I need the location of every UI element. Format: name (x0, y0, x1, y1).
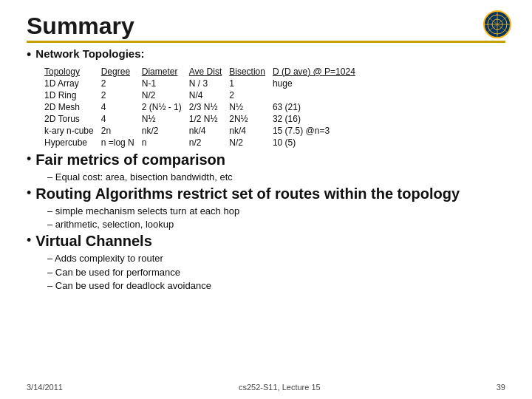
sub-item: – Can be used for performance (47, 266, 505, 279)
table-cell: k-ary n-cube (44, 125, 101, 137)
slide-footer: 3/14/2011 cs252-S11, Lecture 15 39 (0, 383, 532, 392)
table-cell: 2D Torus (44, 113, 101, 125)
routing-label: Routing Algorithms restrict set of route… (35, 185, 460, 202)
virtual-channels-label: Virtual Channels (35, 233, 151, 250)
routing-subs: – simple mechanism selects turn at each … (27, 205, 505, 231)
table-cell: Hypercube (44, 137, 101, 149)
bullet-virtual-channels: • Virtual Channels (27, 233, 505, 250)
table-row: 2D Mesh42 (N½ - 1)2/3 N½N½63 (21) (44, 101, 363, 113)
table-cell: 2 (N½ - 1) (142, 101, 189, 113)
title-divider (27, 41, 505, 43)
table-cell: 32 (16) (273, 113, 363, 125)
table-cell: 15 (7.5) @n=3 (273, 125, 363, 137)
bullet-dot-2: • (27, 151, 31, 168)
table-cell: nk/2 (142, 125, 189, 137)
table-row: 1D Array2N-1N / 31huge (44, 78, 363, 89)
table-cell: N / 3 (189, 78, 229, 89)
col-header-d: D (D ave) @ P=1024 (273, 66, 363, 78)
bullet-dot-3: • (27, 185, 31, 202)
fair-metrics-subs: – Equal cost: area, bisection bandwidth,… (27, 171, 505, 184)
table-row: Hypercuben =log Nnn/2N/210 (5) (44, 137, 363, 149)
table-cell: 1D Ring (44, 89, 101, 101)
page-title: Summary (27, 13, 134, 39)
col-header-avedist: Ave Dist (189, 66, 229, 78)
table-cell: N-1 (142, 78, 189, 89)
table-cell: 1/2 N½ (189, 113, 229, 125)
table-cell: 10 (5) (273, 137, 363, 149)
col-header-bisection: Bisection (229, 66, 273, 78)
table-cell: 4 (101, 113, 142, 125)
bullet-fair-metrics: • Fair metrics of comparison (27, 151, 505, 168)
table-cell: N/2 (229, 137, 273, 149)
col-header-topology: Topology (44, 66, 101, 78)
table-cell: 4 (101, 101, 142, 113)
network-topologies-label: Network Topologies: (35, 47, 144, 60)
table-cell: N/4 (189, 89, 229, 101)
table-cell: 2N½ (229, 113, 273, 125)
fair-metrics-label: Fair metrics of comparison (35, 151, 225, 168)
table-cell: N½ (142, 113, 189, 125)
bullet-dot-1: • (27, 47, 31, 64)
table-cell: 63 (21) (273, 101, 363, 113)
footer-date: 3/14/2011 (27, 383, 63, 392)
sub-item: – simple mechanism selects turn at each … (47, 205, 505, 218)
topology-table: Topology Degree Diameter Ave Dist Bisect… (44, 66, 363, 149)
table-cell: N/2 (142, 89, 189, 101)
table-row: 2D Torus4N½1/2 N½2N½32 (16) (44, 113, 363, 125)
footer-course: cs252-S11, Lecture 15 (239, 383, 321, 392)
sub-item: – Adds complexity to router (47, 252, 505, 265)
slide: Summary • Network Topologies: Topology D… (0, 0, 532, 399)
logo (483, 10, 511, 38)
table-cell: 2 (229, 89, 273, 101)
table-cell: n =log N (101, 137, 142, 149)
table-cell: 2 (101, 89, 142, 101)
sub-item: – arithmetic, selection, lookup (47, 218, 505, 231)
table-cell: n (142, 137, 189, 149)
topology-table-wrapper: Topology Degree Diameter Ave Dist Bisect… (44, 66, 505, 149)
table-cell: 2/3 N½ (189, 101, 229, 113)
col-header-diameter: Diameter (142, 66, 189, 78)
table-cell: huge (273, 78, 363, 89)
table-row: 1D Ring2N/2N/42 (44, 89, 363, 101)
table-cell: n/2 (189, 137, 229, 149)
sub-item: – Can be used for deadlock avoidance (47, 279, 505, 293)
slide-header: Summary (27, 13, 505, 39)
footer-page: 39 (497, 383, 505, 392)
bullet-dot-4: • (27, 233, 31, 249)
table-cell: nk/4 (189, 125, 229, 137)
bullet-network-topologies: • Network Topologies: (27, 47, 505, 64)
table-cell: 2 (101, 78, 142, 89)
table-cell: 2n (101, 125, 142, 137)
table-cell: nk/4 (229, 125, 273, 137)
table-cell: N½ (229, 101, 273, 113)
table-header-row: Topology Degree Diameter Ave Dist Bisect… (44, 66, 363, 78)
table-cell (273, 89, 363, 101)
bullet-routing: • Routing Algorithms restrict set of rou… (27, 185, 505, 202)
table-cell: 2D Mesh (44, 101, 101, 113)
virtual-channels-subs: – Adds complexity to router– Can be used… (27, 252, 505, 293)
sub-item: – Equal cost: area, bisection bandwidth,… (47, 171, 505, 184)
col-header-degree: Degree (101, 66, 142, 78)
table-cell: 1D Array (44, 78, 101, 89)
table-cell: 1 (229, 78, 273, 89)
table-row: k-ary n-cube2nnk/2nk/4nk/415 (7.5) @n=3 (44, 125, 363, 137)
